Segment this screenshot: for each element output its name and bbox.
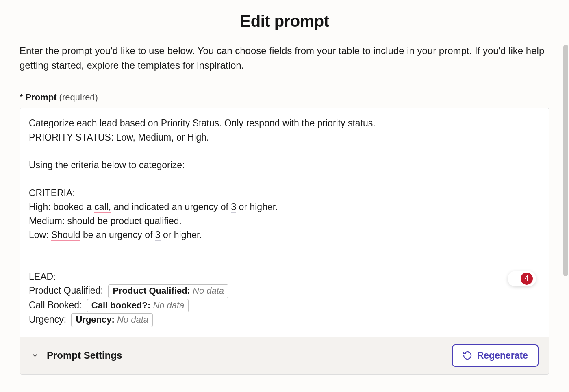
lead-row-urgency: Urgency: Urgency: No data — [29, 312, 540, 327]
prompt-field-label: *Prompt(required) — [20, 92, 549, 103]
regenerate-label: Regenerate — [477, 350, 528, 361]
spell-error[interactable]: call, — [94, 201, 111, 213]
blank-line — [29, 144, 540, 158]
prompt-line: Using the criteria below to categorize: — [29, 158, 540, 172]
field-chip-urgency[interactable]: Urgency: No data — [71, 313, 153, 327]
spell-error[interactable]: Should — [51, 230, 80, 241]
field-chip-call-booked[interactable]: Call booked?: No data — [87, 299, 189, 313]
grammar-mark[interactable]: 3 — [155, 230, 161, 241]
blank-line — [29, 256, 540, 270]
lead-row-product-qualified: Product Qualified: Product Qualified: No… — [29, 284, 540, 298]
prompt-editor-wrapper: Categorize each lead based on Priority S… — [20, 108, 549, 337]
lead-label: Urgency: — [29, 314, 69, 325]
regenerate-button[interactable]: Regenerate — [452, 344, 539, 367]
lead-label: Call Booked: — [29, 300, 85, 310]
criteria-header: CRITERIA: — [29, 186, 540, 200]
prompt-editor[interactable]: Categorize each lead based on Priority S… — [20, 108, 549, 337]
page-title: Edit prompt — [20, 12, 549, 30]
prompt-line: Categorize each lead based on Priority S… — [29, 116, 540, 130]
criteria-high: High: booked a call, and indicated an ur… — [29, 200, 540, 214]
blank-line — [29, 242, 540, 256]
suggestion-count: 4 — [521, 273, 533, 285]
field-chip-product-qualified[interactable]: Product Qualified: No data — [108, 284, 228, 298]
refresh-icon — [463, 351, 472, 360]
criteria-low: Low: Should be an urgency of 3 or higher… — [29, 228, 540, 242]
blank-line — [29, 172, 540, 186]
editor-footer: Prompt Settings Regenerate — [20, 337, 549, 375]
suggestion-badge[interactable]: 4 — [508, 271, 536, 286]
required-suffix: (required) — [59, 92, 98, 102]
required-asterisk: * — [20, 92, 23, 102]
lead-label: Product Qualified: — [29, 285, 106, 296]
chevron-down-icon — [30, 351, 39, 360]
prompt-settings-toggle[interactable]: Prompt Settings — [30, 350, 122, 361]
prompt-line: PRIORITY STATUS: Low, Medium, or High. — [29, 130, 540, 145]
scrollbar-thumb[interactable] — [563, 45, 568, 276]
intro-text: Enter the prompt you'd like to use below… — [20, 43, 549, 73]
grammar-mark[interactable]: 3 — [231, 201, 236, 213]
prompt-label-text: Prompt — [26, 92, 57, 102]
criteria-medium: Medium: should be product qualified. — [29, 214, 540, 228]
edit-prompt-page: Edit prompt Enter the prompt you'd like … — [0, 0, 569, 392]
lead-row-call-booked: Call Booked: Call booked?: No data — [29, 298, 540, 313]
prompt-settings-label: Prompt Settings — [47, 350, 122, 361]
lead-header: LEAD: — [29, 270, 540, 284]
